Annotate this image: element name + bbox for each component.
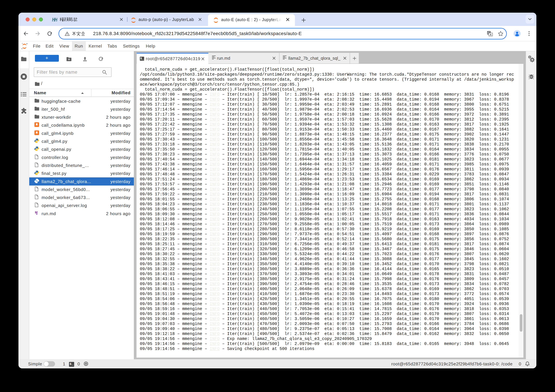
svg-text:M: M	[35, 211, 38, 214]
